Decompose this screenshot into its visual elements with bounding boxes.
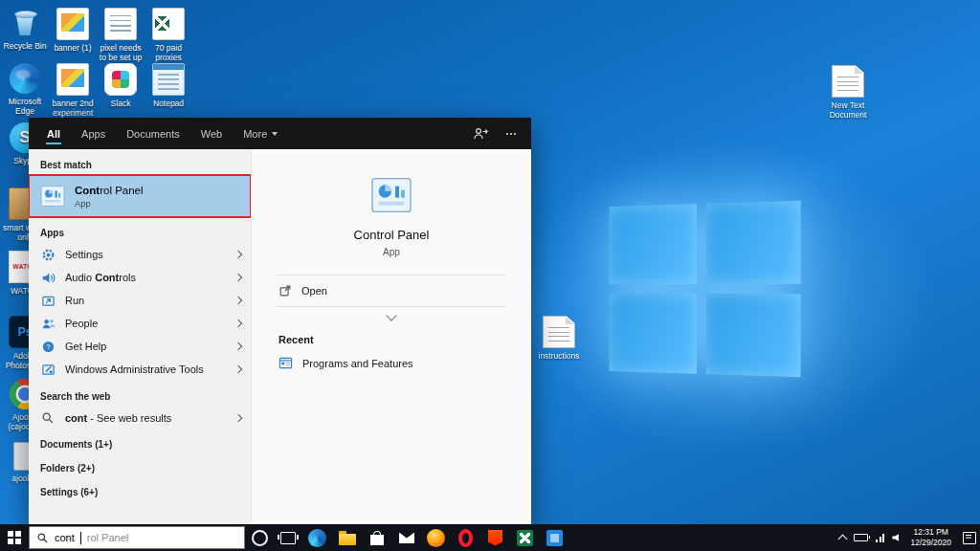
taskbar-app-file-explorer[interactable]: [332, 524, 362, 551]
desktop-icon-banner1[interactable]: banner (1): [50, 8, 96, 53]
battery-icon[interactable]: [854, 534, 868, 541]
icon-label: Recycle Bin: [4, 41, 47, 51]
taskbar-app-photos[interactable]: [540, 524, 569, 551]
result-run[interactable]: Run: [29, 289, 251, 312]
start-button[interactable]: [0, 524, 29, 551]
text-document-icon: [832, 65, 864, 98]
settings-section-header[interactable]: Settings (6+): [29, 477, 251, 501]
chevron-right-icon: [234, 251, 242, 258]
mail-icon: [399, 533, 414, 543]
taskbar-app-firefox[interactable]: [421, 524, 451, 551]
taskbar: cont rol Panel 12:31 PM 12/29/2020: [0, 524, 980, 551]
open-action[interactable]: Open: [252, 276, 531, 306]
control-panel-icon: [40, 185, 65, 208]
best-match-result-control-panel[interactable]: Control Panel App: [29, 175, 251, 217]
admin-tools-icon: [40, 362, 56, 377]
desktop-icon-new-text-document[interactable]: New Text Document: [825, 65, 871, 120]
apps-section-header: Apps: [29, 217, 251, 243]
desktop-icon-slack[interactable]: Slack: [98, 63, 144, 108]
start-search-flyout: All Apps Documents Web More: [29, 118, 531, 524]
open-icon: [278, 284, 292, 298]
file-explorer-icon: [339, 534, 356, 545]
result-people[interactable]: People: [29, 312, 251, 335]
chevron-right-icon: [234, 274, 242, 281]
tray-expand-icon[interactable]: [838, 535, 848, 544]
task-view-button[interactable]: [274, 524, 302, 551]
best-match-title: Control Panel: [75, 185, 144, 196]
result-windows-admin-tools[interactable]: Windows Administrative Tools: [29, 358, 251, 381]
desktop-icon-pixel-needs[interactable]: pixel needs to be set up: [98, 8, 144, 62]
run-icon: [40, 293, 56, 308]
recycle-bin-icon: [10, 8, 40, 38]
firefox-icon: [427, 529, 445, 547]
desktop-icon-edge[interactable]: Microsoft Edge: [2, 63, 48, 116]
photos-icon: [546, 530, 563, 546]
result-web-search[interactable]: cont - See web results: [29, 407, 251, 430]
clock-date: 12/29/2020: [910, 538, 951, 548]
desktop-icon-recycle-bin[interactable]: Recycle Bin: [2, 8, 48, 51]
icon-label: New Text Document: [830, 100, 867, 120]
text-file-icon: [104, 8, 137, 40]
taskbar-app-excel[interactable]: [510, 524, 540, 551]
excel-file-icon: [152, 8, 185, 40]
control-panel-icon-large: [370, 176, 412, 214]
search-detail-panel: Control Panel App Open Recent: [251, 149, 531, 524]
search-tab-bar: All Apps Documents Web More: [29, 118, 531, 149]
text-document-icon: [543, 316, 575, 348]
windows-start-icon: [8, 531, 21, 544]
image-file-icon: [56, 63, 89, 96]
tab-more[interactable]: More: [233, 118, 288, 149]
search-icon: [40, 410, 56, 426]
folders-section-header[interactable]: Folders (2+): [29, 453, 251, 477]
search-web-header: Search the web: [29, 381, 251, 407]
icon-label: banner (1): [54, 43, 91, 53]
gear-icon: [40, 247, 56, 262]
desktop-icon-notepad[interactable]: Notepad: [145, 63, 191, 108]
help-icon: ?: [40, 339, 56, 354]
cortana-button[interactable]: [245, 524, 274, 551]
programs-features-icon: [278, 356, 293, 370]
taskbar-app-store[interactable]: [362, 524, 391, 551]
best-match-header: Best match: [29, 149, 251, 175]
action-center-icon[interactable]: [963, 532, 976, 544]
result-get-help[interactable]: ? Get Help: [29, 335, 251, 358]
brave-icon: [488, 530, 502, 546]
taskbar-search-input[interactable]: cont rol Panel: [29, 526, 245, 549]
icon-label: instructions: [539, 351, 580, 361]
desktop-icon-banner-2nd[interactable]: banner 2nd experiment: [50, 63, 96, 118]
tab-apps[interactable]: Apps: [71, 118, 116, 149]
result-audio-controls[interactable]: Audio Controls: [29, 266, 251, 289]
edge-icon: [308, 529, 326, 547]
svg-text:?: ?: [46, 342, 51, 351]
chevron-right-icon: [234, 320, 242, 327]
opera-icon: [458, 529, 473, 547]
detail-title: Control Panel: [354, 228, 430, 242]
chevron-right-icon: [234, 297, 242, 304]
documents-section-header[interactable]: Documents (1+): [29, 430, 251, 453]
volume-icon[interactable]: [892, 534, 899, 541]
tab-web[interactable]: Web: [190, 118, 233, 149]
taskbar-clock[interactable]: 12:31 PM 12/29/2020: [906, 527, 955, 547]
icon-label: Notepad: [153, 99, 184, 108]
icon-label: pixel needs to be set up: [100, 43, 142, 62]
recent-item-programs-and-features[interactable]: Programs and Features: [252, 349, 531, 377]
sign-in-icon[interactable]: [466, 118, 495, 149]
expand-details-button[interactable]: [277, 306, 506, 320]
network-icon[interactable]: [876, 534, 884, 542]
chevron-right-icon: [234, 365, 242, 373]
people-icon: [40, 316, 56, 331]
taskbar-app-edge[interactable]: [302, 524, 332, 551]
taskbar-app-opera[interactable]: [451, 524, 480, 551]
search-autocomplete-hint: rol Panel: [87, 532, 128, 543]
desktop-icon-instructions[interactable]: instructions: [536, 316, 582, 361]
taskbar-app-brave[interactable]: [480, 524, 510, 551]
icon-label: Slack: [111, 99, 131, 108]
more-options-icon[interactable]: [497, 118, 525, 149]
speaker-icon: [40, 270, 56, 285]
text-caret: [80, 532, 81, 544]
tab-all[interactable]: All: [36, 118, 71, 149]
result-settings[interactable]: Settings: [29, 243, 251, 266]
taskbar-app-mail[interactable]: [391, 524, 421, 551]
desktop-icon-70-paid-proxies[interactable]: 70 paid proxies: [145, 8, 191, 62]
tab-documents[interactable]: Documents: [116, 118, 190, 149]
